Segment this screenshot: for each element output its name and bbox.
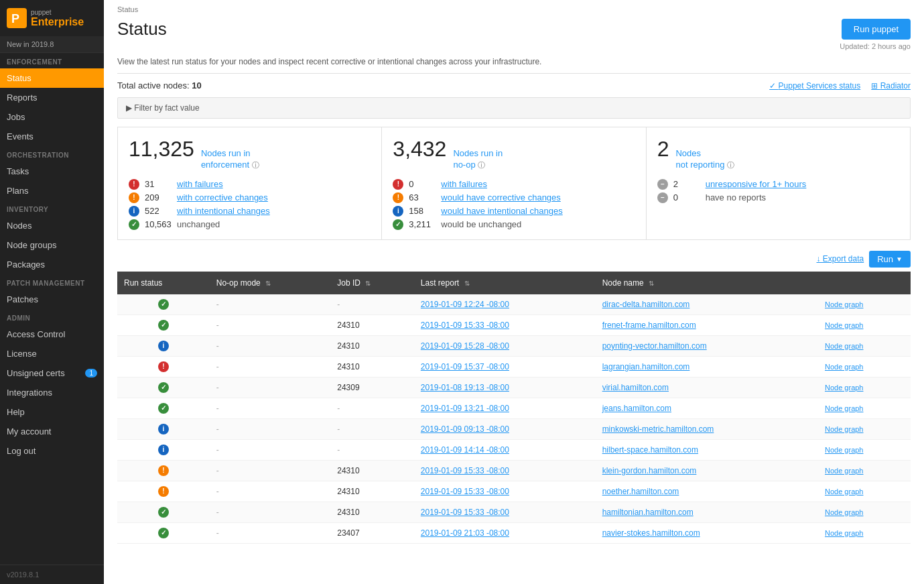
cell-noop: - <box>210 502 330 522</box>
cell-node-name[interactable]: hilbert-space.hamilton.com <box>596 439 818 460</box>
section-enforcement: Enforcement <box>0 53 104 68</box>
run-dropdown-button[interactable]: Run ▼ <box>869 251 911 268</box>
filter-by-fact[interactable]: ▶ Filter by fact value <box>117 97 911 119</box>
enforcement-failures: ! 31 with failures <box>129 179 371 190</box>
sidebar-item-patches[interactable]: Patches <box>0 290 104 309</box>
stats-links: ✓ Puppet Services status ⊞ Radiator <box>769 81 911 91</box>
cell-status: ✓ <box>117 314 210 335</box>
not-reporting-link[interactable]: Nodes not reporting ⓘ <box>675 148 734 171</box>
cell-last-report[interactable]: 2019-01-09 13:21 -08:00 <box>414 398 596 418</box>
cell-node-name[interactable]: frenet-frame.hamilton.com <box>596 314 818 335</box>
cell-node-graph[interactable]: Node graph <box>818 418 911 439</box>
enforcement-corrective: ! 209 with corrective changes <box>129 192 371 203</box>
page-title: Status <box>117 19 167 40</box>
col-noop-mode[interactable]: No-op mode ⇅ <box>210 272 330 294</box>
noop-link[interactable]: Nodes run in no-op ⓘ <box>453 148 503 171</box>
cell-node-graph[interactable]: Node graph <box>818 294 911 315</box>
cell-status: ✓ <box>117 398 210 418</box>
sidebar-item-license[interactable]: License <box>0 344 104 363</box>
cell-status: i <box>117 439 210 460</box>
cell-last-report[interactable]: 2019-01-09 15:28 -08:00 <box>414 335 596 356</box>
sidebar-item-log-out[interactable]: Log out <box>0 441 104 461</box>
sidebar-item-status[interactable]: Status <box>0 68 104 88</box>
cell-node-name[interactable]: dirac-delta.hamilton.com <box>596 294 818 315</box>
cell-last-report[interactable]: 2019-01-09 15:33 -08:00 <box>414 481 596 502</box>
metrics-row: 11,325 Nodes run in enforcement ⓘ ! 31 w… <box>117 127 911 240</box>
cell-status: ✓ <box>117 522 210 543</box>
sidebar-item-integrations[interactable]: Integrations <box>0 383 104 402</box>
sidebar-item-plans[interactable]: Plans <box>0 181 104 200</box>
enforcement-link[interactable]: Nodes run in enforcement ⓘ <box>201 148 259 171</box>
sidebar-item-access-control[interactable]: Access Control <box>0 325 104 344</box>
sidebar-item-tasks[interactable]: Tasks <box>0 162 104 181</box>
cell-noop: - <box>210 460 330 481</box>
stats-bar: Total active nodes: 10 ✓ Puppet Services… <box>104 74 924 97</box>
cell-node-graph[interactable]: Node graph <box>818 522 911 543</box>
cell-node-graph[interactable]: Node graph <box>818 335 911 356</box>
sidebar-item-help[interactable]: Help <box>0 402 104 422</box>
col-job-id[interactable]: Job ID ⇅ <box>330 272 414 294</box>
table-toolbar: ↓ Export data Run ▼ <box>104 251 924 272</box>
intentional-link[interactable]: with intentional changes <box>177 206 270 216</box>
cell-node-name[interactable]: noether.hamilton.com <box>596 481 818 502</box>
status-ok-icon: ✓ <box>158 507 169 518</box>
cell-node-graph[interactable]: Node graph <box>818 377 911 398</box>
failures-link[interactable]: with failures <box>177 179 223 189</box>
cell-node-name[interactable]: klein-gordon.hamilton.com <box>596 460 818 481</box>
run-puppet-button[interactable]: Run puppet <box>842 19 911 40</box>
col-node-name[interactable]: Node name ⇅ <box>596 272 818 294</box>
cell-last-report[interactable]: 2019-01-09 15:33 -08:00 <box>414 502 596 522</box>
cell-last-report[interactable]: 2019-01-09 12:24 -08:00 <box>414 294 596 315</box>
cell-last-report[interactable]: 2019-01-09 15:33 -08:00 <box>414 460 596 481</box>
sidebar-item-node-groups[interactable]: Node groups <box>0 235 104 255</box>
cell-last-report[interactable]: 2019-01-09 21:03 -08:00 <box>414 522 596 543</box>
cell-node-name[interactable]: lagrangian.hamilton.com <box>596 356 818 377</box>
cell-node-graph[interactable]: Node graph <box>818 439 911 460</box>
puppet-services-link[interactable]: ✓ Puppet Services status <box>769 81 860 91</box>
cell-node-name[interactable]: navier-stokes.hamilton.com <box>596 522 818 543</box>
cell-last-report[interactable]: 2019-01-08 19:13 -08:00 <box>414 377 596 398</box>
no-reports-text: have no reports <box>706 192 766 202</box>
blue-icon: i <box>129 206 139 217</box>
cell-node-graph[interactable]: Node graph <box>818 356 911 377</box>
sidebar-item-my-account[interactable]: My account <box>0 422 104 441</box>
page-subtitle: View the latest run status for your node… <box>104 57 924 73</box>
table-row: i - - 2019-01-09 14:14 -08:00 hilbert-sp… <box>117 439 911 460</box>
cell-node-graph[interactable]: Node graph <box>818 314 911 335</box>
cell-job-id: 24310 <box>330 335 414 356</box>
cell-node-name[interactable]: poynting-vector.hamilton.com <box>596 335 818 356</box>
cell-last-report[interactable]: 2019-01-09 15:33 -08:00 <box>414 314 596 335</box>
cell-node-name[interactable]: virial.hamilton.com <box>596 377 818 398</box>
cell-job-id: - <box>330 439 414 460</box>
noop-orange-icon: ! <box>393 192 403 203</box>
corrective-link[interactable]: with corrective changes <box>177 192 268 202</box>
sidebar-item-nodes[interactable]: Nodes <box>0 216 104 235</box>
noop-failures-link[interactable]: with failures <box>441 179 487 189</box>
cell-node-name[interactable]: hamiltonian.hamilton.com <box>596 502 818 522</box>
cell-noop: - <box>210 294 330 315</box>
noop-intentional-link[interactable]: would have intentional changes <box>441 206 562 216</box>
cell-job-id: 23407 <box>330 522 414 543</box>
cell-node-name[interactable]: minkowski-metric.hamilton.com <box>596 418 818 439</box>
cell-node-graph[interactable]: Node graph <box>818 502 911 522</box>
cell-last-report[interactable]: 2019-01-09 09:13 -08:00 <box>414 418 596 439</box>
export-data-link[interactable]: ↓ Export data <box>817 254 864 264</box>
cell-last-report[interactable]: 2019-01-09 14:14 -08:00 <box>414 439 596 460</box>
noop-failures: ! 0 with failures <box>393 179 635 190</box>
cell-node-graph[interactable]: Node graph <box>818 460 911 481</box>
section-admin: Admin <box>0 309 104 325</box>
noop-corrective-link[interactable]: would have corrective changes <box>441 192 561 202</box>
col-last-report[interactable]: Last report ⇅ <box>414 272 596 294</box>
cell-node-graph[interactable]: Node graph <box>818 481 911 502</box>
cell-noop: - <box>210 398 330 418</box>
radiator-link[interactable]: ⊞ Radiator <box>871 81 911 91</box>
cell-last-report[interactable]: 2019-01-09 15:37 -08:00 <box>414 356 596 377</box>
sidebar-item-reports[interactable]: Reports <box>0 88 104 107</box>
cell-node-name[interactable]: jeans.hamilton.com <box>596 398 818 418</box>
sidebar-item-unsigned-certs[interactable]: Unsigned certs 1 <box>0 363 104 383</box>
sidebar-item-events[interactable]: Events <box>0 127 104 146</box>
cell-node-graph[interactable]: Node graph <box>818 398 911 418</box>
unresponsive-link[interactable]: unresponsive for 1+ hours <box>706 179 807 189</box>
sidebar-item-packages[interactable]: Packages <box>0 255 104 274</box>
sidebar-item-jobs[interactable]: Jobs <box>0 107 104 127</box>
